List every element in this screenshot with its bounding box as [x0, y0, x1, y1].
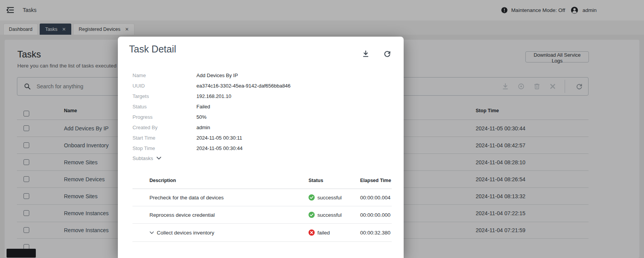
subtask-col-description: Description	[149, 178, 176, 183]
field-value: 2024-11-05 00:30:44	[196, 145, 243, 151]
field-value: admin	[196, 125, 210, 130]
success-icon	[309, 194, 315, 201]
subtask-elapsed: 00:00:00.000	[360, 212, 391, 218]
bottom-left-dark-fragment	[7, 249, 36, 258]
task-detail-modal: Task Detail Name Add Devices By IP UUID …	[118, 37, 404, 258]
subtask-description-text: Collect devices inventory	[157, 230, 214, 236]
field-value: Failed	[196, 104, 210, 110]
field-label: Name	[132, 73, 196, 78]
chevron-down-icon[interactable]	[149, 231, 154, 234]
subtask-row: Precheck for the data of devices success…	[132, 189, 392, 206]
field-label: Start Time	[132, 135, 196, 141]
field-value: 192.168.201.10	[196, 93, 231, 99]
subtask-col-elapsed: Elapsed Time	[360, 178, 391, 183]
field-row: Targets 192.168.201.10	[132, 91, 387, 101]
subtasks-toggle[interactable]: Subtasks	[132, 155, 161, 161]
download-icon[interactable]	[362, 50, 369, 57]
subtask-description: Reprocess device credential	[149, 212, 215, 218]
subtask-status: successful	[309, 194, 342, 201]
field-label: Progress	[132, 114, 196, 120]
subtask-elapsed: 00:00:00.004	[360, 195, 391, 201]
subtask-description: Precheck for the data of devices	[149, 195, 224, 201]
field-row: UUID ea374c16-3302-45ea-9142-daf656bba84…	[132, 81, 387, 91]
field-label: Status	[132, 104, 196, 110]
field-label: Created By	[132, 125, 196, 130]
field-value: ea374c16-3302-45ea-9142-daf656bba846	[196, 83, 290, 89]
subtask-status: failed	[309, 229, 330, 236]
field-row: Created By admin	[132, 122, 387, 133]
subtask-col-status: Status	[309, 178, 323, 183]
field-value: 50%	[196, 114, 206, 120]
modal-title: Task Detail	[129, 44, 176, 55]
field-row: Start Time 2024-11-05 00:30:11	[132, 133, 387, 143]
field-label: UUID	[132, 83, 196, 89]
subtask-status-text: successful	[317, 212, 342, 218]
subtask-status-text: successful	[317, 195, 342, 201]
refresh-icon[interactable]	[384, 50, 391, 57]
field-row: Name Add Devices By IP	[132, 70, 387, 81]
field-row: Status Failed	[132, 101, 387, 112]
subtask-table: Description Status Elapsed Time Precheck…	[132, 172, 392, 242]
field-label: Stop Time	[132, 145, 196, 151]
subtask-row-expandable[interactable]: Collect devices inventory failed 00:00:3…	[132, 224, 392, 242]
screen: Tasks Maintenance Mode: Off admin Dashbo…	[0, 0, 644, 258]
field-value: 2024-11-05 00:30:11	[196, 135, 242, 141]
field-row: Progress 50%	[132, 112, 387, 122]
success-icon	[309, 212, 315, 218]
subtask-status: successful	[309, 212, 342, 218]
failed-icon	[309, 229, 315, 236]
modal-fields: Name Add Devices By IP UUID ea374c16-330…	[132, 70, 387, 153]
field-label: Targets	[132, 93, 196, 99]
subtask-table-header: Description Status Elapsed Time	[132, 172, 392, 189]
chevron-down-icon	[156, 157, 161, 160]
subtasks-label: Subtasks	[132, 155, 153, 161]
subtask-row: Reprocess device credential successful 0…	[132, 206, 392, 224]
field-value: Add Devices By IP	[196, 73, 238, 78]
subtask-status-text: failed	[317, 230, 330, 236]
subtask-elapsed: 00:00:32.380	[360, 230, 391, 236]
subtask-description: Collect devices inventory	[149, 230, 214, 236]
field-row: Stop Time 2024-11-05 00:30:44	[132, 143, 387, 153]
